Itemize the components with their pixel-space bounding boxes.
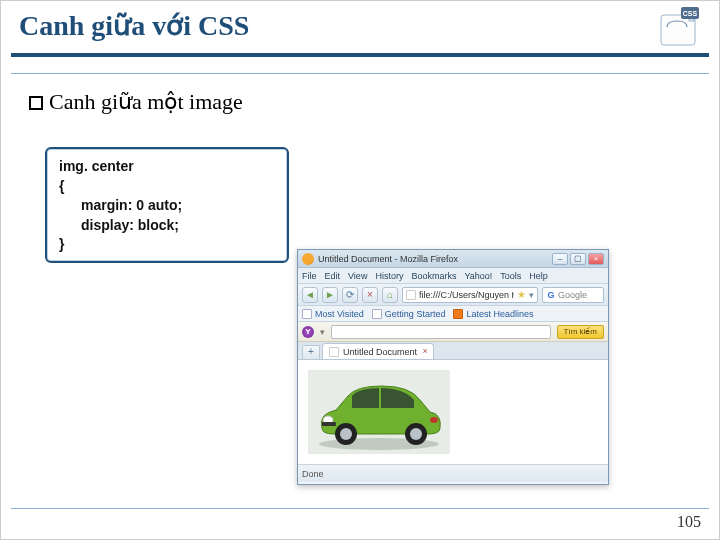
menu-help[interactable]: Help [529, 271, 548, 281]
bookmark-label: Latest Headlines [466, 309, 533, 319]
bullet-square-icon [29, 96, 43, 110]
css-file-icon: CSS [655, 7, 701, 47]
menu-edit[interactable]: Edit [325, 271, 341, 281]
slide-header: Canh giữa với CSS CSS [1, 1, 719, 46]
page-icon [406, 290, 416, 300]
url-text: file:///C:/Users/Nguyen Ha Giang/Doc [419, 290, 514, 300]
window-title: Untitled Document - Mozilla Firefox [318, 254, 548, 264]
maximize-button[interactable]: ▢ [570, 253, 586, 265]
home-button[interactable]: ⌂ [382, 287, 398, 303]
svg-point-9 [340, 428, 352, 440]
tab-untitled[interactable]: Untitled Document × [322, 343, 434, 359]
bookmark-most-visited[interactable]: Most Visited [302, 309, 364, 319]
stop-button[interactable]: × [362, 287, 378, 303]
slide-subtitle: Canh giữa một image [29, 89, 243, 115]
svg-text:CSS: CSS [683, 10, 698, 17]
slide-title: Canh giữa với CSS [19, 9, 701, 42]
search-placeholder: Google [558, 290, 587, 300]
menu-bookmarks[interactable]: Bookmarks [411, 271, 456, 281]
slide: Canh giữa với CSS CSS Canh giữa một imag… [0, 0, 720, 540]
minimize-button[interactable]: – [552, 253, 568, 265]
firefox-window: Untitled Document - Mozilla Firefox – ▢ … [297, 249, 609, 485]
bookmark-star-icon[interactable]: ★ [517, 289, 526, 300]
code-line-margin: margin: 0 auto; [59, 196, 275, 216]
page-content [298, 360, 608, 464]
menu-view[interactable]: View [348, 271, 367, 281]
status-text: Done [302, 469, 324, 479]
tab-favicon [329, 347, 339, 357]
menu-history[interactable]: History [375, 271, 403, 281]
menu-yahoo[interactable]: Yahoo! [464, 271, 492, 281]
code-line-display: display: block; [59, 216, 275, 236]
new-tab-button[interactable]: + [302, 345, 320, 359]
close-button[interactable]: × [588, 253, 604, 265]
back-button[interactable]: ◄ [302, 287, 318, 303]
yahoo-search-input[interactable] [331, 325, 551, 339]
page-number: 105 [677, 513, 701, 531]
tab-label: Untitled Document [343, 347, 417, 357]
code-close-brace: } [59, 235, 275, 255]
svg-point-11 [410, 428, 422, 440]
forward-button[interactable]: ► [322, 287, 338, 303]
bookmark-label: Getting Started [385, 309, 446, 319]
footer-divider [11, 508, 709, 509]
car-image [308, 370, 450, 454]
dropdown-icon[interactable]: ▾ [529, 290, 534, 300]
subtitle-text: Canh giữa một image [49, 89, 243, 114]
title-underline-thick [11, 53, 709, 57]
navigation-toolbar: ◄ ► ⟳ × ⌂ file:///C:/Users/Nguyen Ha Gia… [298, 284, 608, 306]
search-box[interactable]: G Google [542, 287, 604, 303]
tab-close-icon[interactable]: × [420, 346, 430, 356]
title-underline-thin [11, 73, 709, 74]
folder-icon [302, 309, 312, 319]
status-bar: Done [298, 464, 608, 482]
bookmark-latest-headlines[interactable]: Latest Headlines [453, 309, 533, 319]
menu-tools[interactable]: Tools [500, 271, 521, 281]
code-selector: img. center [59, 157, 275, 177]
code-open-brace: { [59, 177, 275, 197]
window-controls: – ▢ × [552, 253, 604, 265]
svg-point-7 [430, 417, 438, 423]
yahoo-search-label: Tìm kiếm [564, 327, 597, 336]
code-snippet: img. center { margin: 0 auto; display: b… [45, 147, 289, 263]
bookmarks-toolbar: Most Visited Getting Started Latest Head… [298, 306, 608, 322]
yahoo-search-button[interactable]: Tìm kiếm [557, 325, 604, 339]
yahoo-dropdown-icon[interactable]: ▾ [320, 327, 325, 337]
window-titlebar: Untitled Document - Mozilla Firefox – ▢ … [298, 250, 608, 268]
svg-rect-12 [322, 422, 336, 426]
tab-strip: + Untitled Document × [298, 342, 608, 360]
menu-file[interactable]: File [302, 271, 317, 281]
bookmark-label: Most Visited [315, 309, 364, 319]
rss-icon [453, 309, 463, 319]
yahoo-icon[interactable]: Y [302, 326, 314, 338]
page-icon [372, 309, 382, 319]
yahoo-toolbar: Y ▾ Tìm kiếm [298, 322, 608, 342]
menu-bar: File Edit View History Bookmarks Yahoo! … [298, 268, 608, 284]
google-icon: G [546, 290, 556, 300]
address-bar[interactable]: file:///C:/Users/Nguyen Ha Giang/Doc ★ ▾ [402, 287, 538, 303]
firefox-icon [302, 253, 314, 265]
reload-button[interactable]: ⟳ [342, 287, 358, 303]
bookmark-getting-started[interactable]: Getting Started [372, 309, 446, 319]
